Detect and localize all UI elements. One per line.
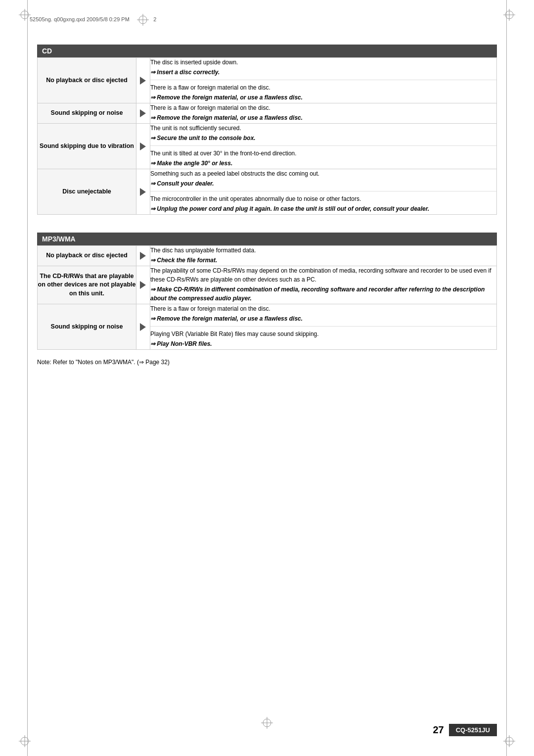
center-page-number: 2	[153, 16, 156, 22]
mp3-cause-2: The playability of some CD-Rs/RWs may de…	[150, 266, 497, 304]
page-wrapper: 52505ng. q00gxng.qxd 2009/5/8 0:29 PM 2 …	[0, 0, 534, 756]
reg-mark-tr	[503, 9, 515, 21]
mp3-cause-1: The disc has unplayable formatted data. …	[150, 246, 497, 266]
svg-marker-16	[140, 109, 146, 117]
mp3-cause-3: There is a flaw or foreign material on t…	[150, 304, 497, 350]
page-number: 27	[433, 724, 444, 736]
cd-section: CD No playback or disc ejected The disc …	[37, 45, 497, 215]
mp3wma-table: No playback or disc ejected The disc has…	[37, 245, 497, 350]
note-text: Note: Refer to "Notes on MP3/WMA". (⇒ Pa…	[37, 359, 497, 366]
cd-arrow-2	[136, 103, 150, 124]
cd-cause-4: Something such as a peeled label obstruc…	[150, 169, 497, 215]
cd-table: No playback or disc ejected The disc is …	[37, 57, 497, 215]
svg-marker-21	[140, 323, 146, 331]
reg-mark-bl	[19, 735, 31, 747]
svg-marker-17	[140, 142, 146, 150]
svg-marker-18	[140, 188, 146, 196]
cd-cause-1: The disc is inserted upside down. ⇒ Inse…	[150, 58, 497, 103]
cd-arrow-1	[136, 58, 150, 103]
cd-section-header: CD	[37, 45, 497, 57]
page-footer: 27 CQ-5251JU	[433, 724, 497, 736]
svg-marker-20	[140, 281, 146, 289]
mp3-row-1: No playback or disc ejected The disc has…	[38, 246, 497, 266]
cd-symptom-3: Sound skipping due to vibration	[38, 124, 136, 169]
reg-mark-br	[503, 735, 515, 747]
mp3wma-title: MP3/WMA	[42, 235, 76, 243]
reg-mark-bottom-center	[261, 717, 273, 730]
cd-symptom-4: Disc unejectable	[38, 169, 136, 215]
cd-symptom-1: No playback or disc ejected	[38, 58, 136, 103]
cd-cause-2: There is a flaw or foreign material on t…	[150, 103, 497, 124]
main-content: CD No playback or disc ejected The disc …	[37, 45, 497, 366]
margin-line-left	[27, 0, 28, 756]
model-name: CQ-5251JU	[456, 726, 490, 734]
mp3-arrow-1	[136, 246, 150, 266]
file-info: 52505ng. q00gxng.qxd 2009/5/8 0:29 PM 2	[30, 14, 156, 26]
cd-row-2: Sound skipping or noise There is a flaw …	[38, 103, 497, 124]
file-info-text: 52505ng. q00gxng.qxd 2009/5/8 0:29 PM	[30, 16, 130, 22]
mp3-symptom-2: The CD-R/RWs that are playable on other …	[38, 266, 136, 304]
reg-mark-tl	[19, 9, 31, 21]
cd-row-3: Sound skipping due to vibration The unit…	[38, 124, 497, 169]
mp3-row-2: The CD-R/RWs that are playable on other …	[38, 266, 497, 304]
cd-arrow-3	[136, 124, 150, 169]
cd-symptom-2: Sound skipping or noise	[38, 103, 136, 124]
mp3-symptom-3: Sound skipping or noise	[38, 304, 136, 350]
cd-row-1: No playback or disc ejected The disc is …	[38, 58, 497, 103]
cd-arrow-4	[136, 169, 150, 215]
cd-row-4: Disc unejectable Something such as a pee…	[38, 169, 497, 215]
margin-line-right	[506, 0, 507, 756]
cd-cause-3: The unit is not sufficiently secured. ⇒ …	[150, 124, 497, 169]
cd-title: CD	[42, 47, 52, 55]
mp3-row-3: Sound skipping or noise There is a flaw …	[38, 304, 497, 350]
mp3-symptom-1: No playback or disc ejected	[38, 246, 136, 266]
model-badge: CQ-5251JU	[449, 724, 497, 736]
svg-marker-19	[140, 252, 146, 260]
mp3-arrow-3	[136, 304, 150, 350]
mp3wma-section: MP3/WMA No playback or disc ejected The …	[37, 233, 497, 350]
svg-marker-15	[140, 77, 146, 85]
mp3wma-section-header: MP3/WMA	[37, 233, 497, 245]
mp3-arrow-2	[136, 266, 150, 304]
section-gap	[37, 224, 497, 233]
